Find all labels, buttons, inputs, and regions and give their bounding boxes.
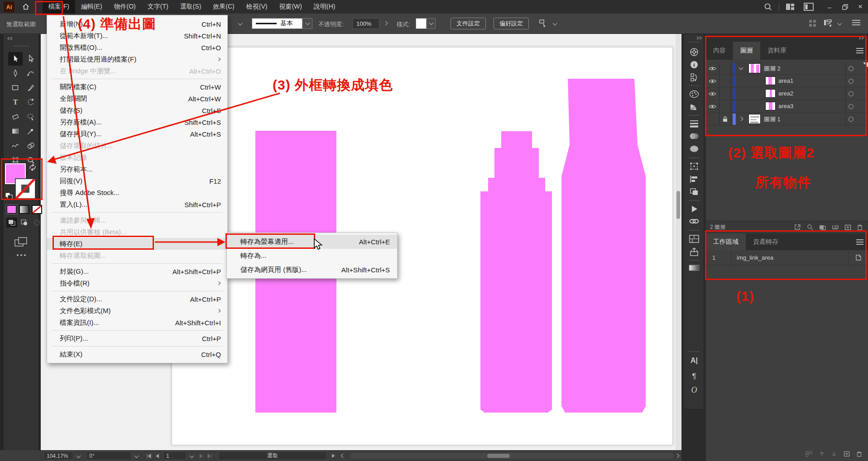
vertical-scrollbar[interactable] — [676, 34, 681, 450]
opacity-field[interactable]: 100% — [352, 18, 379, 29]
first-artboard-icon[interactable] — [146, 453, 151, 459]
tab-asset-export[interactable]: 資產轉存 — [746, 233, 786, 250]
menu-item-new[interactable]: 新增(N)...Ctrl+N — [47, 18, 227, 30]
next-artboard-icon[interactable] — [199, 453, 204, 459]
new-artboard-icon[interactable] — [844, 451, 850, 457]
color-guide-icon[interactable] — [684, 102, 705, 111]
pen-tool[interactable] — [8, 67, 23, 80]
dock-grip[interactable] — [689, 230, 699, 231]
stroke-color-chevron-icon[interactable] — [238, 21, 243, 26]
chevron-down-icon[interactable] — [739, 66, 743, 70]
menu-item-close-all[interactable]: 全部關閉Alt+Ctrl+W — [47, 93, 227, 105]
tab-artboards[interactable]: 工作區域 — [706, 233, 746, 250]
color-fill-button[interactable] — [6, 205, 17, 214]
menu-item-save-for-web-legacy[interactable]: 儲存為網頁用 (舊版)...Alt+Shift+Ctrl+S — [227, 263, 397, 277]
layer-row[interactable]: 圖層 2 — [706, 62, 868, 75]
layer-row[interactable]: area2 — [706, 88, 868, 100]
dock-grip[interactable] — [689, 200, 699, 201]
visibility-toggle[interactable] — [706, 100, 719, 113]
panel-menu-icon[interactable] — [856, 238, 863, 246]
menu-item-save-a-copy[interactable]: 儲存拷貝(Y)...Alt+Ctrl+S — [47, 128, 227, 140]
hscroll-right-icon[interactable] — [675, 454, 680, 458]
tab-layers[interactable]: 圖層 — [733, 42, 760, 60]
select-similar-icon[interactable] — [539, 19, 549, 28]
edit-toolbar-icon[interactable] — [16, 254, 27, 257]
zoom-chevron-icon[interactable] — [77, 454, 81, 458]
menu-item-open[interactable]: 開啟舊檔(O)...Ctrl+O — [47, 42, 227, 53]
lock-toggle[interactable] — [719, 113, 731, 125]
layer-thumbnail[interactable] — [748, 63, 761, 73]
rectangle-tool[interactable] — [8, 81, 23, 95]
menu-file[interactable]: 檔案(F) — [43, 0, 75, 14]
layer-thumbnail[interactable] — [765, 76, 776, 85]
menu-item-package[interactable]: 封裝(G)...Alt+Shift+Ctrl+P — [47, 266, 227, 277]
layer-thumbnail[interactable] — [748, 114, 761, 124]
appearance-panel-icon[interactable] — [684, 145, 705, 153]
dock-grip[interactable] — [689, 351, 699, 352]
menu-item-save-as[interactable]: 另存新檔(A)...Shift+Ctrl+S — [47, 116, 227, 128]
stroke-style-dropdown-button[interactable] — [302, 18, 312, 29]
version-history-icon[interactable] — [684, 72, 705, 82]
eraser-tool[interactable] — [8, 110, 23, 124]
zoom-level-field[interactable]: 104.17% — [43, 451, 73, 460]
artboard-options-icon[interactable] — [848, 250, 868, 265]
lock-toggle[interactable] — [719, 75, 731, 87]
menu-item-print[interactable]: 列印(P)...Ctrl+P — [47, 333, 227, 344]
menu-item-place[interactable]: 置入(L)...Shift+Ctrl+P — [47, 199, 227, 210]
layer-name[interactable]: area1 — [778, 77, 793, 84]
gradient-tool[interactable] — [8, 124, 23, 138]
home-icon[interactable] — [22, 3, 30, 11]
tab-properties[interactable]: 內容 — [706, 42, 733, 60]
toolbar-grip[interactable] — [14, 46, 29, 47]
hscroll-left-icon[interactable] — [341, 454, 345, 458]
collect-for-export-icon[interactable] — [794, 224, 801, 230]
links-panel-icon[interactable] — [684, 217, 705, 225]
target-circle[interactable] — [849, 117, 854, 122]
menu-help[interactable]: 說明(H) — [308, 0, 341, 14]
lasso-selection-tool[interactable] — [24, 110, 38, 124]
menu-item-file-info[interactable]: 檔案資訊(I)...Alt+Shift+Ctrl+I — [47, 317, 227, 328]
target-circle[interactable] — [849, 79, 854, 84]
target-circle[interactable] — [849, 91, 854, 96]
pixel-grid-icon[interactable] — [809, 19, 817, 28]
preferences-button[interactable]: 偏好設定 — [494, 18, 529, 29]
delete-artboard-icon[interactable] — [857, 451, 862, 457]
close-button[interactable]: × — [853, 0, 868, 14]
horizontal-scrollbar-thumb[interactable] — [487, 454, 510, 458]
style-swatch[interactable] — [416, 18, 427, 29]
artboard-row[interactable]: 1 img_link_area — [706, 250, 868, 266]
visibility-toggle[interactable] — [706, 88, 719, 100]
menu-item-search-adobe-stock[interactable]: 搜尋 Adobe Stock... — [47, 187, 227, 199]
snap-options-icon[interactable] — [823, 19, 834, 29]
menu-item-save-as-template[interactable]: 另存範本... — [47, 163, 227, 175]
color-palette-icon[interactable] — [684, 90, 705, 99]
target-circle[interactable] — [849, 104, 854, 109]
menu-object[interactable]: 物件(O) — [108, 0, 142, 14]
align-panel-icon[interactable] — [684, 175, 705, 184]
menu-item-new-from-template[interactable]: 從範本新增(T)...Shift+Ctrl+N — [47, 30, 227, 42]
menu-edit[interactable]: 編輯(E) — [75, 0, 108, 14]
opacity-expand-icon[interactable] — [384, 21, 388, 26]
new-layer-icon[interactable] — [844, 224, 851, 230]
menu-select[interactable]: 選取(S) — [174, 0, 207, 14]
move-up-icon[interactable] — [819, 451, 825, 457]
wheel-icon[interactable] — [684, 47, 705, 57]
actions-panel-icon[interactable] — [684, 204, 705, 214]
gradient-panel-icon[interactable] — [684, 264, 705, 271]
visibility-toggle[interactable] — [706, 75, 719, 87]
stroke-color-swatch[interactable] — [15, 178, 36, 199]
collapse-toolbar-icon[interactable] — [6, 37, 14, 40]
layer-name[interactable]: area3 — [778, 103, 793, 109]
none-fill-button[interactable] — [32, 205, 42, 214]
screen-mode-icon[interactable] — [14, 237, 28, 247]
gradient-fill-button[interactable] — [19, 205, 29, 214]
direct-selection-tool[interactable] — [24, 52, 38, 66]
layer-thumbnail[interactable] — [765, 102, 776, 110]
opentype-panel-icon[interactable]: O — [684, 385, 705, 395]
menu-item-open-recent[interactable]: 打開最近使用過的檔案(F) — [47, 53, 227, 65]
rotation-field[interactable]: 0° — [86, 451, 131, 460]
artboard-name[interactable]: img_link_area — [731, 254, 848, 261]
status-expand-icon[interactable] — [331, 453, 336, 458]
selection-tool[interactable] — [8, 52, 23, 66]
artboard-nav-chevron-icon[interactable] — [190, 454, 194, 458]
